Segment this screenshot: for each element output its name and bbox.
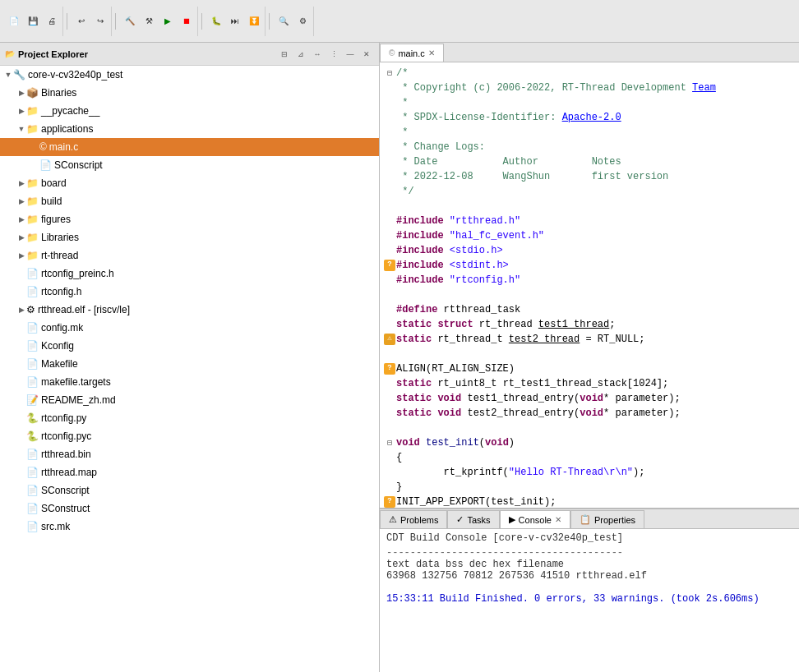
tree-item-applications[interactable]: ▼ 📁 applications [0, 120, 379, 138]
tree-expand-icon[interactable]: ▼ [3, 71, 13, 79]
view-menu-button[interactable]: ⋮ [326, 47, 341, 62]
tree-expand-icon[interactable]: ▼ [16, 125, 26, 133]
tree-item-__pycache__[interactable]: ▶ 📁 __pycache__ [0, 102, 379, 120]
tree-item-readme_zh_md[interactable]: 📝 README_zh.md [0, 391, 379, 409]
console-content: CDT Build Console [core-v-cv32e40p_test]… [380, 529, 799, 672]
tree-item-icon: 📄 [26, 503, 39, 514]
fold-icon[interactable]: ⊟ [383, 67, 396, 80]
tree-item-rt_thread[interactable]: ▶ 📁 rt-thread [0, 246, 379, 265]
tree-item-sconscript[interactable]: 📄 SConscript [0, 156, 379, 174]
code-content: * [396, 125, 796, 140]
code-content: INIT_APP_EXPORT(test_init); [396, 495, 796, 508]
tree-item-label: SConscript [41, 485, 90, 496]
tree-item-label: makefile.targets [41, 376, 111, 388]
code-line-3: * SPDX-License-Identifier: Apache-2.0 [380, 110, 799, 125]
code-line-19 [380, 347, 799, 361]
search-button[interactable]: 🔍 [275, 12, 293, 30]
tree-item-rtconfig_h[interactable]: 📄 rtconfig.h [0, 283, 379, 301]
bottom-tab-properties[interactable]: 📋Properties [570, 510, 644, 528]
main-layout: 📂 Project Explorer ⊟ ⊿ ↔ ⋮ — ✕ ▼ 🔧 core-… [0, 43, 799, 672]
step-into-button[interactable]: ⏬ [245, 12, 263, 30]
tree-expand-icon[interactable]: ▶ [16, 89, 26, 97]
tree-item-label: figures [41, 214, 71, 225]
editor-panel: © main.c ✕ ⊟/* * Copyright (c) 2006-2022… [380, 43, 799, 672]
tree-expand-icon[interactable]: ▶ [16, 251, 26, 260]
undo-button[interactable]: ↩ [72, 12, 90, 30]
tree-item-kconfig[interactable]: 📄 Kconfig [0, 337, 379, 355]
filter-button[interactable]: ⊿ [293, 47, 308, 62]
tree-item-icon: 📝 [26, 394, 39, 406]
tree-expand-icon[interactable]: ▶ [16, 107, 26, 115]
tree-item-src_mk[interactable]: 📄 src.mk [0, 518, 379, 536]
tree-item-icon: © [39, 141, 47, 153]
print-button[interactable]: 🖨 [43, 12, 61, 30]
tree-item-sconscript[interactable]: 📄 SConscript [0, 481, 379, 499]
tree-expand-icon[interactable]: ▶ [16, 197, 26, 205]
tab-icon: 📋 [580, 514, 591, 525]
tree-expand-icon[interactable]: ▶ [16, 233, 26, 242]
bottom-panel: ⚠Problems✓Tasks▶Console✕📋Properties CDT … [380, 508, 799, 672]
tree-expand-icon[interactable]: ▶ [16, 179, 26, 187]
tree-item-label: Libraries [41, 232, 79, 243]
toolbar-group-4: 🐛 ⏭ ⏬ [206, 7, 266, 36]
tree-item-rtthread_map[interactable]: 📄 rtthread.map [0, 463, 379, 481]
tab-close[interactable]: ✕ [555, 515, 561, 524]
link-editor-button[interactable]: ↔ [310, 47, 325, 62]
tree-item-rtthread_elf____riscv_le_[interactable]: ▶ ⚙ rtthread.elf - [riscv/le] [0, 301, 379, 319]
tree-item-label: main.c [49, 141, 78, 153]
build-all-button[interactable]: 🔨 [121, 12, 139, 30]
step-over-button[interactable]: ⏭ [226, 12, 244, 30]
tree-item-label: Binaries [41, 87, 76, 99]
tree-item-core_v_cv32e40p_test[interactable]: ▼ 🔧 core-v-cv32e40p_test [0, 66, 379, 84]
collapse-all-button[interactable]: ⊟ [277, 47, 292, 62]
code-content: static void test2_thread_entry(void* par… [396, 406, 796, 421]
new-button[interactable]: 📄 [5, 12, 23, 30]
minimize-button[interactable]: — [343, 47, 358, 62]
bottom-tab-tasks[interactable]: ✓Tasks [447, 510, 499, 528]
save-button[interactable]: 💾 [24, 12, 42, 30]
editor-tab-main-c[interactable]: © main.c ✕ [380, 44, 444, 62]
bottom-tab-console[interactable]: ▶Console✕ [500, 510, 570, 528]
tree-item-makefile_targets[interactable]: 📄 makefile.targets [0, 373, 379, 391]
code-line-18: ⚠static rt_thread_t test2_thread = RT_NU… [380, 332, 799, 347]
tree-item-config_mk[interactable]: 📄 config.mk [0, 319, 379, 337]
editor-tab-close[interactable]: ✕ [428, 48, 435, 58]
tree-item-libraries[interactable]: ▶ 📁 Libraries [0, 228, 379, 246]
tree-expand-icon[interactable]: ▶ [16, 306, 26, 314]
tree-item-build[interactable]: ▶ 📁 build [0, 192, 379, 210]
tree-item-rtconfig_preinc_h[interactable]: 📄 rtconfig_preinc.h [0, 265, 379, 283]
tree-item-icon: 📄 [26, 322, 39, 334]
code-line-27: rt_kprintf("Hello RT-Thread\r\n"); [380, 465, 799, 480]
stop-button[interactable]: ⏹ [178, 12, 196, 30]
code-content: #include "rtconfig.h" [396, 273, 796, 288]
debug-button[interactable]: 🐛 [207, 12, 225, 30]
build-button[interactable]: ⚒ [140, 12, 158, 30]
tree-item-figures[interactable]: ▶ 📁 figures [0, 210, 379, 228]
close-explorer-button[interactable]: ✕ [359, 47, 374, 62]
code-content: * Copyright (c) 2006-2022, RT-Thread Dev… [396, 81, 796, 95]
editor-tabs: © main.c ✕ [380, 43, 799, 62]
sep4 [269, 13, 270, 30]
code-line-11: #include "hal_fc_event.h" [380, 228, 799, 243]
code-line-2: * [380, 95, 799, 110]
tree-item-rtthread_bin[interactable]: 📄 rtthread.bin [0, 445, 379, 463]
code-content: static rt_uint8_t rt_test1_thread_stack[… [396, 376, 796, 391]
tree-item-makefile[interactable]: 📄 Makefile [0, 355, 379, 373]
tree-item-board[interactable]: ▶ 📁 board [0, 174, 379, 192]
bottom-tab-problems[interactable]: ⚠Problems [380, 510, 447, 528]
redo-button[interactable]: ↪ [91, 12, 109, 30]
code-editor[interactable]: ⊟/* * Copyright (c) 2006-2022, RT-Thread… [380, 62, 799, 508]
tree-item-rtconfig_py[interactable]: 🐍 rtconfig.py [0, 409, 379, 427]
warning-marker-2: ⚠ [383, 334, 396, 345]
tree-expand-icon[interactable]: ▶ [16, 215, 26, 223]
code-content: * [396, 95, 796, 110]
tree-item-binaries[interactable]: ▶ 📦 Binaries [0, 84, 379, 102]
tree-item-sconstruct[interactable]: 📄 SConstruct [0, 499, 379, 518]
fold-icon[interactable]: ⊟ [383, 437, 396, 449]
code-content: * Change Logs: [396, 140, 796, 154]
toolbar-group-5: 🔍 ⚙ [273, 7, 314, 36]
tree-item-rtconfig_pyc[interactable]: 🐍 rtconfig.pyc [0, 427, 379, 445]
tree-item-main_c[interactable]: © main.c [0, 138, 379, 156]
run-button[interactable]: ▶ [159, 12, 177, 30]
settings-button[interactable]: ⚙ [293, 12, 312, 30]
